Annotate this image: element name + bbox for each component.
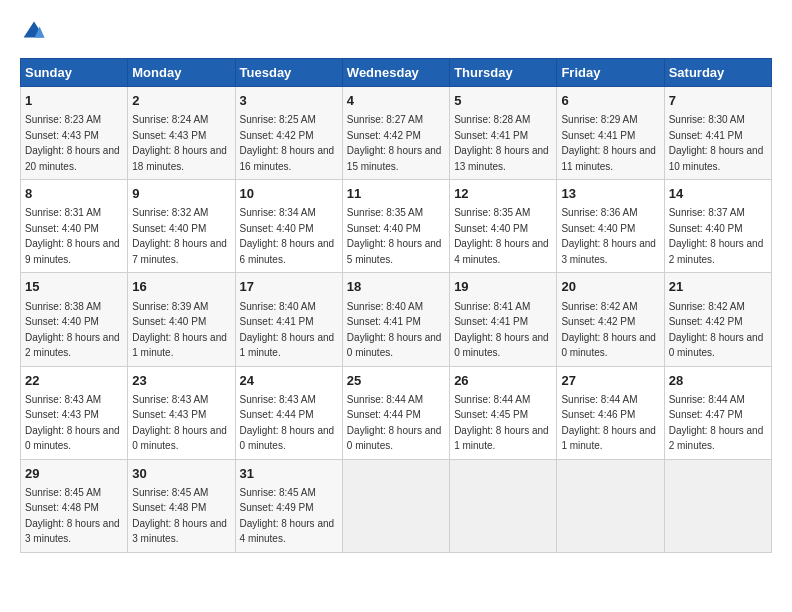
day-number: 18 [347,278,445,296]
calendar-day-cell: 17 Sunrise: 8:40 AMSunset: 4:41 PMDaylig… [235,273,342,366]
calendar-week-row: 1 Sunrise: 8:23 AMSunset: 4:43 PMDayligh… [21,87,772,180]
day-info: Sunrise: 8:40 AMSunset: 4:41 PMDaylight:… [347,301,442,359]
day-number: 21 [669,278,767,296]
calendar-day-cell: 21 Sunrise: 8:42 AMSunset: 4:42 PMDaylig… [664,273,771,366]
day-number: 19 [454,278,552,296]
calendar-day-cell: 11 Sunrise: 8:35 AMSunset: 4:40 PMDaylig… [342,180,449,273]
day-number: 30 [132,465,230,483]
day-info: Sunrise: 8:36 AMSunset: 4:40 PMDaylight:… [561,207,656,265]
calendar-day-cell: 20 Sunrise: 8:42 AMSunset: 4:42 PMDaylig… [557,273,664,366]
day-number: 4 [347,92,445,110]
weekday-header: Saturday [664,59,771,87]
logo [20,20,46,48]
day-info: Sunrise: 8:32 AMSunset: 4:40 PMDaylight:… [132,207,227,265]
weekday-header: Monday [128,59,235,87]
day-number: 16 [132,278,230,296]
calendar-week-row: 22 Sunrise: 8:43 AMSunset: 4:43 PMDaylig… [21,366,772,459]
day-info: Sunrise: 8:23 AMSunset: 4:43 PMDaylight:… [25,114,120,172]
day-info: Sunrise: 8:43 AMSunset: 4:44 PMDaylight:… [240,394,335,452]
calendar-day-cell: 9 Sunrise: 8:32 AMSunset: 4:40 PMDayligh… [128,180,235,273]
calendar-day-cell: 8 Sunrise: 8:31 AMSunset: 4:40 PMDayligh… [21,180,128,273]
calendar-week-row: 29 Sunrise: 8:45 AMSunset: 4:48 PMDaylig… [21,459,772,552]
day-number: 22 [25,372,123,390]
day-info: Sunrise: 8:45 AMSunset: 4:49 PMDaylight:… [240,487,335,545]
day-number: 14 [669,185,767,203]
calendar-day-cell: 25 Sunrise: 8:44 AMSunset: 4:44 PMDaylig… [342,366,449,459]
calendar-day-cell: 13 Sunrise: 8:36 AMSunset: 4:40 PMDaylig… [557,180,664,273]
day-info: Sunrise: 8:44 AMSunset: 4:47 PMDaylight:… [669,394,764,452]
day-info: Sunrise: 8:27 AMSunset: 4:42 PMDaylight:… [347,114,442,172]
day-number: 7 [669,92,767,110]
calendar-day-cell: 30 Sunrise: 8:45 AMSunset: 4:48 PMDaylig… [128,459,235,552]
day-info: Sunrise: 8:43 AMSunset: 4:43 PMDaylight:… [25,394,120,452]
day-info: Sunrise: 8:38 AMSunset: 4:40 PMDaylight:… [25,301,120,359]
day-number: 15 [25,278,123,296]
calendar-day-cell: 19 Sunrise: 8:41 AMSunset: 4:41 PMDaylig… [450,273,557,366]
day-number: 28 [669,372,767,390]
weekday-header: Wednesday [342,59,449,87]
calendar-day-cell: 29 Sunrise: 8:45 AMSunset: 4:48 PMDaylig… [21,459,128,552]
calendar-day-cell: 22 Sunrise: 8:43 AMSunset: 4:43 PMDaylig… [21,366,128,459]
day-info: Sunrise: 8:34 AMSunset: 4:40 PMDaylight:… [240,207,335,265]
day-number: 11 [347,185,445,203]
day-number: 31 [240,465,338,483]
calendar-day-cell: 6 Sunrise: 8:29 AMSunset: 4:41 PMDayligh… [557,87,664,180]
calendar-day-cell: 5 Sunrise: 8:28 AMSunset: 4:41 PMDayligh… [450,87,557,180]
day-info: Sunrise: 8:24 AMSunset: 4:43 PMDaylight:… [132,114,227,172]
calendar-day-cell: 7 Sunrise: 8:30 AMSunset: 4:41 PMDayligh… [664,87,771,180]
calendar-day-cell: 12 Sunrise: 8:35 AMSunset: 4:40 PMDaylig… [450,180,557,273]
day-number: 23 [132,372,230,390]
calendar-header-row: SundayMondayTuesdayWednesdayThursdayFrid… [21,59,772,87]
calendar-week-row: 8 Sunrise: 8:31 AMSunset: 4:40 PMDayligh… [21,180,772,273]
day-info: Sunrise: 8:41 AMSunset: 4:41 PMDaylight:… [454,301,549,359]
day-info: Sunrise: 8:43 AMSunset: 4:43 PMDaylight:… [132,394,227,452]
calendar-day-cell: 1 Sunrise: 8:23 AMSunset: 4:43 PMDayligh… [21,87,128,180]
day-info: Sunrise: 8:37 AMSunset: 4:40 PMDaylight:… [669,207,764,265]
day-number: 25 [347,372,445,390]
calendar-day-cell: 23 Sunrise: 8:43 AMSunset: 4:43 PMDaylig… [128,366,235,459]
calendar-day-cell: 10 Sunrise: 8:34 AMSunset: 4:40 PMDaylig… [235,180,342,273]
calendar-day-cell: 27 Sunrise: 8:44 AMSunset: 4:46 PMDaylig… [557,366,664,459]
calendar-day-cell: 2 Sunrise: 8:24 AMSunset: 4:43 PMDayligh… [128,87,235,180]
calendar-week-row: 15 Sunrise: 8:38 AMSunset: 4:40 PMDaylig… [21,273,772,366]
calendar-day-cell: 16 Sunrise: 8:39 AMSunset: 4:40 PMDaylig… [128,273,235,366]
weekday-header: Tuesday [235,59,342,87]
calendar-day-cell [342,459,449,552]
day-number: 17 [240,278,338,296]
day-number: 13 [561,185,659,203]
calendar-day-cell: 18 Sunrise: 8:40 AMSunset: 4:41 PMDaylig… [342,273,449,366]
day-info: Sunrise: 8:35 AMSunset: 4:40 PMDaylight:… [454,207,549,265]
day-info: Sunrise: 8:31 AMSunset: 4:40 PMDaylight:… [25,207,120,265]
day-number: 9 [132,185,230,203]
day-info: Sunrise: 8:44 AMSunset: 4:46 PMDaylight:… [561,394,656,452]
day-info: Sunrise: 8:45 AMSunset: 4:48 PMDaylight:… [132,487,227,545]
day-info: Sunrise: 8:25 AMSunset: 4:42 PMDaylight:… [240,114,335,172]
day-info: Sunrise: 8:44 AMSunset: 4:45 PMDaylight:… [454,394,549,452]
day-info: Sunrise: 8:44 AMSunset: 4:44 PMDaylight:… [347,394,442,452]
day-number: 20 [561,278,659,296]
calendar-day-cell: 3 Sunrise: 8:25 AMSunset: 4:42 PMDayligh… [235,87,342,180]
calendar-day-cell: 14 Sunrise: 8:37 AMSunset: 4:40 PMDaylig… [664,180,771,273]
calendar-day-cell [664,459,771,552]
day-info: Sunrise: 8:30 AMSunset: 4:41 PMDaylight:… [669,114,764,172]
calendar-day-cell: 24 Sunrise: 8:43 AMSunset: 4:44 PMDaylig… [235,366,342,459]
page-header [20,20,772,48]
day-number: 5 [454,92,552,110]
calendar-day-cell: 26 Sunrise: 8:44 AMSunset: 4:45 PMDaylig… [450,366,557,459]
day-number: 24 [240,372,338,390]
day-number: 1 [25,92,123,110]
calendar-day-cell [557,459,664,552]
day-number: 2 [132,92,230,110]
calendar-day-cell: 28 Sunrise: 8:44 AMSunset: 4:47 PMDaylig… [664,366,771,459]
weekday-header: Friday [557,59,664,87]
calendar-table: SundayMondayTuesdayWednesdayThursdayFrid… [20,58,772,553]
calendar-day-cell: 31 Sunrise: 8:45 AMSunset: 4:49 PMDaylig… [235,459,342,552]
weekday-header: Sunday [21,59,128,87]
day-info: Sunrise: 8:28 AMSunset: 4:41 PMDaylight:… [454,114,549,172]
day-number: 12 [454,185,552,203]
calendar-day-cell: 15 Sunrise: 8:38 AMSunset: 4:40 PMDaylig… [21,273,128,366]
calendar-day-cell: 4 Sunrise: 8:27 AMSunset: 4:42 PMDayligh… [342,87,449,180]
day-number: 26 [454,372,552,390]
day-info: Sunrise: 8:29 AMSunset: 4:41 PMDaylight:… [561,114,656,172]
day-info: Sunrise: 8:42 AMSunset: 4:42 PMDaylight:… [669,301,764,359]
